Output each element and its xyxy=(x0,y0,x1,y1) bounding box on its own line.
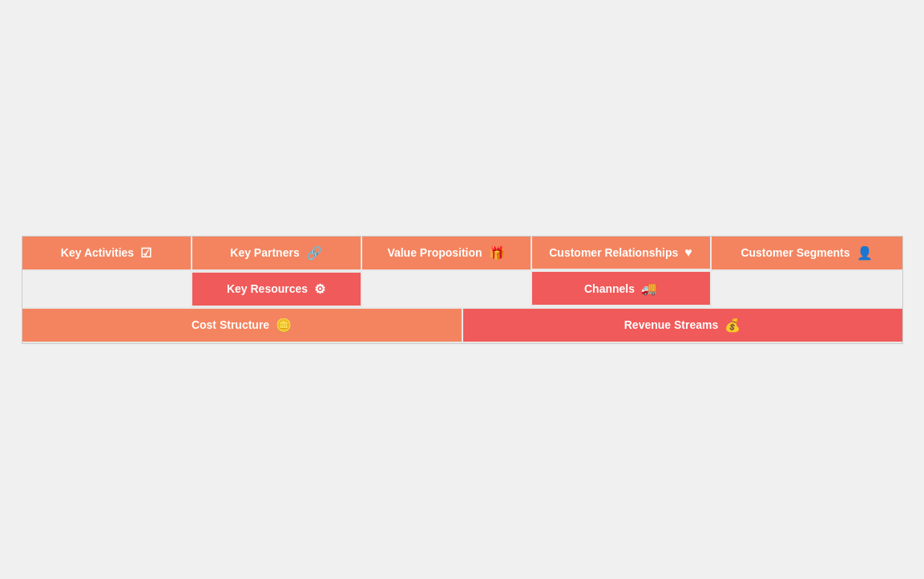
key-activities-header[interactable]: Key Activities ☑ xyxy=(22,237,191,269)
revenue-streams-column: Revenue Streams 💰 xyxy=(463,309,902,343)
customer-segments-header[interactable]: Customer Segments 👤 xyxy=(712,237,902,269)
key-activities-column: Key Activities ☑ xyxy=(22,237,191,307)
gift-icon: 🎁 xyxy=(489,245,505,261)
bottom-section: Cost Structure 🪙 Revenue Streams 💰 xyxy=(22,309,902,343)
customer-relationships-label: Customer Relationships xyxy=(549,246,678,259)
truck-icon: 🚚 xyxy=(641,281,657,296)
channels-content xyxy=(532,306,710,307)
business-model-canvas: Key Activities ☑ Key Partners 🔗 Key Reso… xyxy=(22,236,903,344)
cost-structure-label: Cost Structure xyxy=(192,318,269,331)
value-proposition-content xyxy=(362,271,531,307)
value-proposition-header[interactable]: Value Proposition 🎁 xyxy=(362,237,531,269)
key-activities-content xyxy=(22,271,191,307)
top-section: Key Activities ☑ Key Partners 🔗 Key Reso… xyxy=(22,237,902,307)
value-proposition-column: Value Proposition 🎁 xyxy=(362,237,531,307)
channels-label: Channels xyxy=(584,282,635,295)
moneybag-icon: 💰 xyxy=(724,318,740,333)
key-resources-header[interactable]: Key Resources ⚙ xyxy=(192,273,361,306)
value-proposition-label: Value Proposition xyxy=(387,246,482,259)
revenue-streams-header[interactable]: Revenue Streams 💰 xyxy=(463,309,902,342)
key-partners-label: Key Partners xyxy=(230,246,299,259)
key-partners-column: Key Partners 🔗 Key Resources ⚙ xyxy=(192,237,361,307)
checklist-icon: ☑ xyxy=(140,245,151,261)
link-icon: 🔗 xyxy=(306,245,322,261)
customer-segments-label: Customer Segments xyxy=(740,246,849,259)
revenue-streams-label: Revenue Streams xyxy=(624,318,719,331)
key-resources-label: Key Resources xyxy=(227,282,308,295)
customer-relationships-column: Customer Relationships ♥ Channels 🚚 xyxy=(532,237,710,307)
channels-header[interactable]: Channels 🚚 xyxy=(532,272,710,305)
key-partners-header[interactable]: Key Partners 🔗 xyxy=(192,237,361,269)
customer-relationships-content xyxy=(532,270,710,271)
heart-icon: ♥ xyxy=(684,245,692,260)
cost-structure-header[interactable]: Cost Structure 🪙 xyxy=(22,309,462,342)
customer-segments-column: Customer Segments 👤 xyxy=(712,237,902,307)
key-activities-label: Key Activities xyxy=(61,246,134,259)
cost-structure-column: Cost Structure 🪙 xyxy=(22,309,462,343)
customer-segments-content xyxy=(712,271,902,307)
coins-icon: 🪙 xyxy=(276,318,292,333)
gear-icon: ⚙ xyxy=(314,281,325,297)
customer-relationships-header[interactable]: Customer Relationships ♥ xyxy=(532,237,710,269)
person-icon: 👤 xyxy=(857,245,873,261)
